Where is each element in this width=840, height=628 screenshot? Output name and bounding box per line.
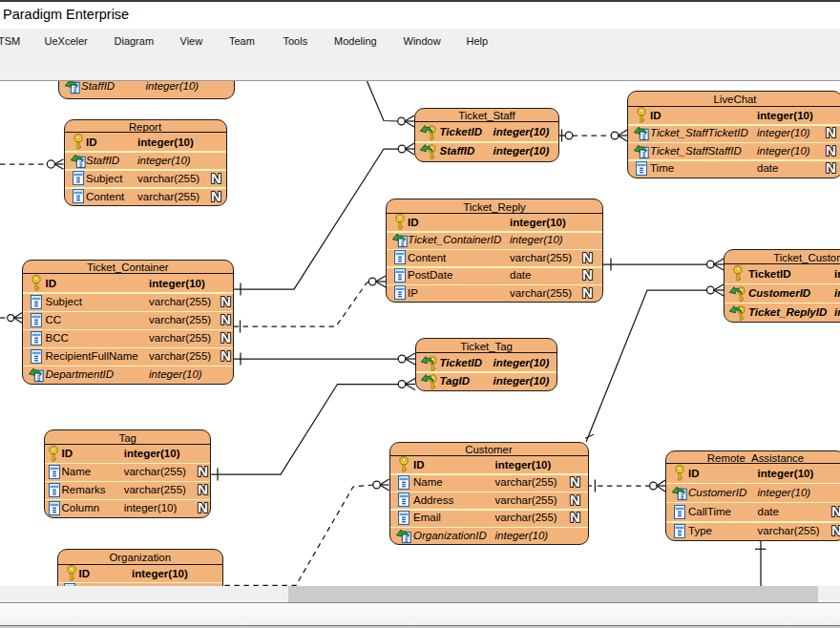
svg-text:N: N [826,144,836,157]
svg-text:N: N [220,313,231,326]
svg-text:N: N [220,295,231,308]
svg-text:N: N [826,126,836,139]
svg-text:N: N [826,161,836,175]
svg-text:N: N [220,349,231,363]
svg-text:N: N [831,505,840,518]
svg-text:N: N [582,286,593,300]
svg-text:N: N [831,524,840,537]
svg-text:N: N [198,465,208,478]
svg-text:N: N [570,475,580,489]
svg-text:N: N [198,501,208,514]
svg-text:N: N [211,172,221,185]
svg-text:N: N [582,268,593,282]
svg-text:N: N [582,251,593,264]
svg-text:N: N [220,331,231,345]
svg-text:N: N [211,190,221,203]
svg-text:N: N [198,483,208,496]
svg-text:N: N [570,511,580,524]
svg-text:N: N [570,493,580,507]
